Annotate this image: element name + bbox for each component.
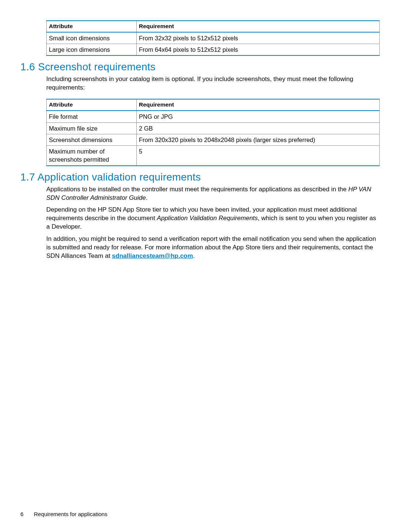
table-cell: PNG or JPG bbox=[137, 111, 380, 122]
table-row: Small icon dimensions From 32x32 pixels … bbox=[47, 32, 380, 44]
page-footer: 6 Requirements for applications bbox=[20, 511, 107, 517]
footer-title: Requirements for applications bbox=[34, 511, 107, 517]
table-cell: From 64x64 pixels to 512x512 pixels bbox=[137, 44, 380, 56]
table-cell: Maximum number of screenshots permitted bbox=[47, 146, 137, 166]
table-cell: 2 GB bbox=[137, 122, 380, 134]
text: . bbox=[146, 194, 148, 201]
icon-dimensions-table: Attribute Requirement Small icon dimensi… bbox=[46, 20, 380, 56]
text: Applications to be installed on the cont… bbox=[46, 186, 349, 193]
screenshot-requirements-table: Attribute Requirement File format PNG or… bbox=[46, 99, 380, 166]
section-intro-text: Including screenshots in your catalog it… bbox=[46, 75, 380, 92]
table-cell: Small icon dimensions bbox=[47, 32, 137, 44]
table-header: Requirement bbox=[137, 21, 380, 32]
table-cell: From 320x320 pixels to 2048x2048 pixels … bbox=[137, 134, 380, 145]
table-row: Screenshot dimensions From 320x320 pixel… bbox=[47, 134, 380, 145]
contact-email-link[interactable]: sdnalliancesteam@hp.com bbox=[112, 252, 193, 259]
table-header: Attribute bbox=[47, 21, 137, 32]
table-header: Requirement bbox=[137, 99, 380, 111]
section-heading-1-6: 1.6 Screenshot requirements bbox=[20, 61, 380, 73]
text: . bbox=[193, 252, 195, 259]
text: In addition, you might be required to se… bbox=[46, 235, 376, 259]
section-heading-1-7: 1.7 Application validation requirements bbox=[20, 171, 380, 183]
doc-title-italic: Application Validation Requirements bbox=[157, 215, 258, 222]
page-number: 6 bbox=[20, 511, 23, 517]
section-1-7-paragraph-3: In addition, you might be required to se… bbox=[46, 235, 380, 260]
table-header: Attribute bbox=[47, 99, 137, 111]
table-row: Maximum number of screenshots permitted … bbox=[47, 146, 380, 166]
table-cell: Screenshot dimensions bbox=[47, 134, 137, 145]
table-cell: File format bbox=[47, 111, 137, 122]
section-1-7-paragraph-1: Applications to be installed on the cont… bbox=[46, 185, 380, 202]
table-cell: 5 bbox=[137, 146, 380, 166]
table-row: Maximum file size 2 GB bbox=[47, 122, 380, 134]
table-row: Large icon dimensions From 64x64 pixels … bbox=[47, 44, 380, 56]
section-1-7-paragraph-2: Depending on the HP SDN App Store tier t… bbox=[46, 206, 380, 231]
table-cell: From 32x32 pixels to 512x512 pixels bbox=[137, 32, 380, 44]
table-cell: Maximum file size bbox=[47, 122, 137, 134]
table-row: File format PNG or JPG bbox=[47, 111, 380, 122]
table-cell: Large icon dimensions bbox=[47, 44, 137, 56]
